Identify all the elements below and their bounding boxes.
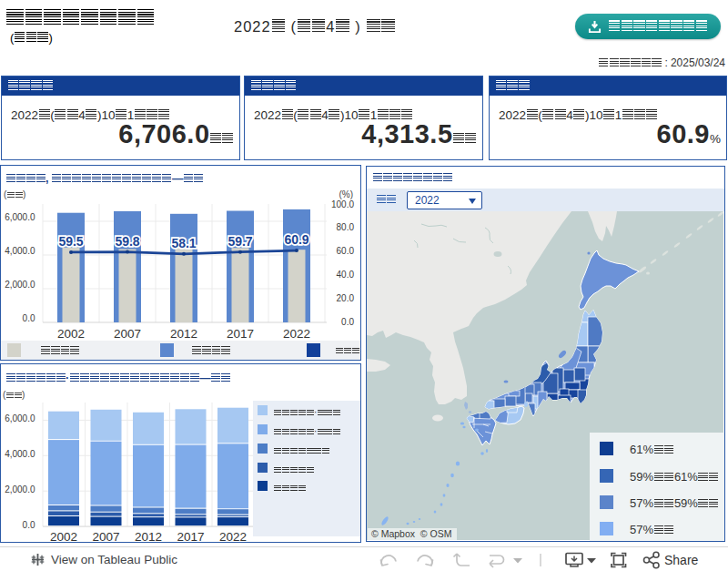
svg-text:80.0: 80.0 [337, 222, 355, 232]
svg-text:2007: 2007 [92, 530, 119, 544]
svg-text:2012: 2012 [135, 530, 162, 544]
svg-text:0.0: 0.0 [341, 317, 354, 327]
svg-text:Share: Share [664, 553, 699, 567]
svg-text:6,000.0: 6,000.0 [5, 212, 35, 222]
svg-text:4,000.0: 4,000.0 [5, 246, 35, 256]
svg-text:60.9: 60.9 [284, 232, 308, 247]
svg-text:59.7: 59.7 [228, 234, 252, 249]
svg-text:59.8: 59.8 [115, 234, 139, 249]
svg-text:2007: 2007 [114, 327, 141, 341]
svg-text:40.0: 40.0 [337, 270, 355, 280]
svg-text:4,000.0: 4,000.0 [5, 449, 35, 459]
svg-text:2002: 2002 [57, 327, 85, 341]
svg-text:2022: 2022 [283, 327, 310, 341]
svg-text:60.0: 60.0 [337, 246, 355, 256]
svg-text:2,000.0: 2,000.0 [5, 484, 35, 495]
svg-text:2022: 2022 [219, 530, 247, 544]
svg-text:0.0: 0.0 [23, 313, 35, 323]
svg-text:2017: 2017 [227, 327, 254, 341]
svg-text:2002: 2002 [50, 530, 77, 544]
svg-text:6,000.0: 6,000.0 [5, 413, 35, 423]
svg-text:2,000.0: 2,000.0 [5, 280, 35, 290]
svg-text:2012: 2012 [170, 327, 197, 341]
svg-text:0.0: 0.0 [23, 520, 35, 530]
svg-text:58.1: 58.1 [171, 236, 196, 250]
svg-text:59.5: 59.5 [58, 234, 83, 249]
svg-text:100.0: 100.0 [331, 199, 354, 209]
svg-text:20.0: 20.0 [337, 293, 355, 303]
svg-text:2017: 2017 [177, 530, 204, 544]
